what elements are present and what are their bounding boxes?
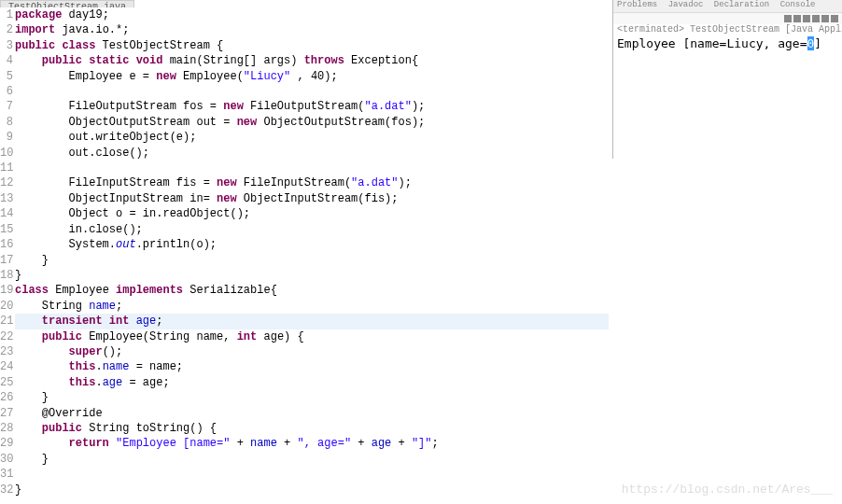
code-line[interactable]: @Override: [15, 407, 103, 420]
code-area[interactable]: package day19; import java.io.*; public …: [15, 7, 609, 504]
code-editor[interactable]: 1234567891011121314151617181920212223242…: [0, 7, 609, 504]
code-line[interactable]: }: [15, 391, 49, 404]
code-line[interactable]: }: [15, 269, 21, 282]
code-line[interactable]: }: [15, 483, 21, 497]
line-number: 10: [0, 146, 13, 161]
line-number: 15: [0, 222, 13, 237]
line-number: 27: [0, 406, 13, 421]
console-panel: Problems Javadoc Declaration Console <te…: [612, 0, 842, 159]
code-line[interactable]: public static void main(String[] args) t…: [15, 54, 418, 67]
code-line[interactable]: public class TestObjectStream {: [15, 39, 223, 52]
line-number: 16: [0, 237, 13, 252]
remove-launch-icon[interactable]: [793, 15, 801, 22]
code-line[interactable]: public String toString() {: [15, 422, 217, 435]
tab-problems[interactable]: Problems: [617, 0, 657, 9]
line-number: 13: [0, 191, 13, 206]
code-line[interactable]: ObjectOutputStream out = new ObjectOutpu…: [15, 116, 425, 129]
remove-all-icon[interactable]: [803, 15, 810, 22]
pin-console-icon[interactable]: [831, 15, 838, 22]
code-line[interactable]: class Employee implements Serializable{: [15, 284, 277, 297]
tab-declaration[interactable]: Declaration: [714, 0, 769, 9]
code-line[interactable]: FileOutputStream fos = new FileOutputStr…: [15, 100, 425, 113]
scroll-lock-icon[interactable]: [821, 15, 829, 22]
line-number: 30: [0, 452, 13, 467]
code-line[interactable]: System.out.println(o);: [15, 238, 217, 251]
line-number: 12: [0, 175, 13, 190]
line-number: 24: [0, 359, 13, 374]
line-number: 8: [0, 115, 13, 130]
code-line[interactable]: import java.io.*;: [15, 23, 129, 36]
console-output-suffix: ]: [814, 36, 821, 50]
line-number: 20: [0, 299, 13, 314]
code-line[interactable]: this.age = age;: [15, 376, 170, 389]
code-line[interactable]: out.writeObject(e);: [15, 131, 196, 144]
line-number: 2: [0, 22, 13, 37]
console-toolbar: [613, 13, 842, 24]
code-line[interactable]: Object o = in.readObject();: [15, 207, 250, 220]
line-number: 14: [0, 206, 13, 221]
line-number: 3: [0, 38, 13, 53]
line-number: 17: [0, 253, 13, 268]
code-line[interactable]: public Employee(String name, int age) {: [15, 330, 304, 343]
tab-javadoc[interactable]: Javadoc: [668, 0, 704, 9]
line-number: 21: [0, 314, 13, 329]
code-line[interactable]: Employee e = new Employee("Liucy" , 40);: [15, 70, 338, 83]
console-output-text: Employee [name=Liucy, age=: [617, 36, 807, 50]
code-line[interactable]: out.close();: [15, 147, 149, 160]
code-line[interactable]: String name;: [15, 300, 122, 313]
line-number: 6: [0, 84, 13, 99]
code-line[interactable]: this.name = name;: [15, 360, 183, 373]
line-number: 4: [0, 53, 13, 68]
watermark: https://blog.csdn.net/Ares___: [622, 483, 833, 497]
code-line[interactable]: }: [15, 453, 49, 466]
line-number: 29: [0, 436, 13, 451]
tab-console[interactable]: Console: [780, 0, 816, 9]
line-number: 9: [0, 130, 13, 145]
console-output[interactable]: Employee [name=Liucy, age=0]: [613, 35, 842, 52]
code-line[interactable]: package day19;: [15, 8, 109, 21]
code-line[interactable]: transient int age;: [15, 314, 609, 329]
line-number: 1: [0, 7, 13, 22]
clear-console-icon[interactable]: [812, 15, 820, 22]
line-number: 32: [0, 483, 13, 497]
console-status: <terminated> TestObjectStream [Java Appl…: [613, 24, 842, 35]
code-line[interactable]: return "Employee [name=" + name + ", age…: [15, 437, 439, 450]
line-number: 18: [0, 268, 13, 283]
line-number: 22: [0, 329, 13, 344]
code-line[interactable]: super();: [15, 345, 122, 358]
line-number: 19: [0, 283, 13, 298]
code-line[interactable]: FileInputStream fis = new FileInputStrea…: [15, 176, 412, 189]
line-number: 25: [0, 375, 13, 390]
line-number-gutter: 1234567891011121314151617181920212223242…: [0, 7, 15, 504]
line-number: 7: [0, 99, 13, 114]
code-line[interactable]: in.close();: [15, 223, 143, 236]
code-line[interactable]: }: [15, 254, 49, 267]
line-number: 5: [0, 69, 13, 84]
line-number: 31: [0, 467, 13, 482]
line-number: 23: [0, 344, 13, 359]
line-number: 26: [0, 390, 13, 405]
console-tabs[interactable]: Problems Javadoc Declaration Console: [613, 0, 842, 13]
line-number: 11: [0, 161, 13, 175]
line-number: 28: [0, 421, 13, 436]
code-line[interactable]: ObjectInputStream in= new ObjectInputStr…: [15, 192, 398, 205]
terminate-icon[interactable]: [784, 15, 792, 22]
